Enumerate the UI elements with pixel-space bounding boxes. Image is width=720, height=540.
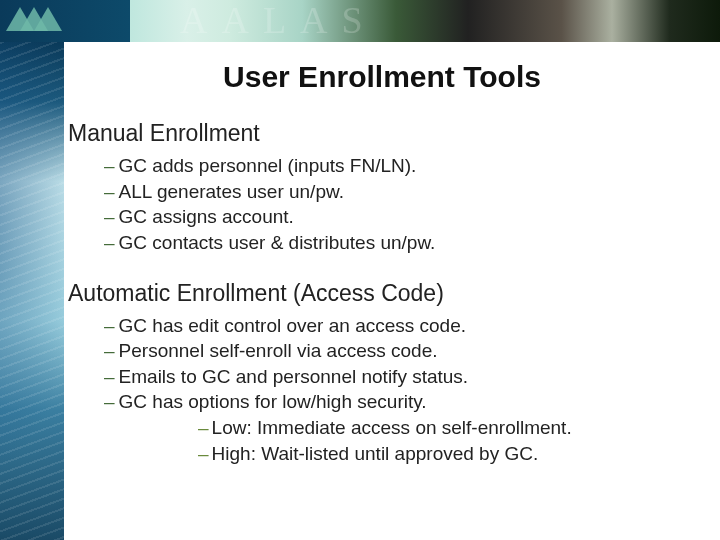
section-heading-manual: Manual Enrollment <box>68 120 704 147</box>
bullet-icon: – <box>104 206 115 227</box>
list-item: –GC adds personnel (inputs FN/LN). <box>104 153 704 179</box>
list-item: –Personnel self-enroll via access code. <box>104 338 704 364</box>
slide-content: User Enrollment Tools Manual Enrollment … <box>74 60 704 466</box>
bullet-icon: – <box>104 315 115 336</box>
list-item-text: Emails to GC and personnel notify status… <box>119 366 469 387</box>
sub-list-item: –High: Wait-listed until approved by GC. <box>198 441 704 467</box>
section-heading-automatic: Automatic Enrollment (Access Code) <box>68 280 704 307</box>
bullet-icon: – <box>104 366 115 387</box>
list-item: –ALL generates user un/pw. <box>104 179 704 205</box>
slide-title: User Enrollment Tools <box>60 60 704 94</box>
list-item: –GC contacts user & distributes un/pw. <box>104 230 704 256</box>
list-item: –GC has options for low/high security. <box>104 389 704 415</box>
side-decoration <box>0 42 64 540</box>
list-item: –Emails to GC and personnel notify statu… <box>104 364 704 390</box>
sub-list-item-text: Low: Immediate access on self-enrollment… <box>212 417 572 438</box>
sub-list-item-text: High: Wait-listed until approved by GC. <box>212 443 539 464</box>
banner-watermark: AALAS <box>180 0 377 42</box>
bullet-icon: – <box>104 155 115 176</box>
bullet-icon: – <box>104 391 115 412</box>
sub-list-item: –Low: Immediate access on self-enrollmen… <box>198 415 704 441</box>
list-item: –GC has edit control over an access code… <box>104 313 704 339</box>
bullet-icon: – <box>104 340 115 361</box>
slide-banner: AALAS <box>0 0 720 42</box>
bullet-icon: – <box>198 443 209 464</box>
list-item-text: ALL generates user un/pw. <box>119 181 344 202</box>
list-item-text: Personnel self-enroll via access code. <box>119 340 438 361</box>
list-item-text: GC adds personnel (inputs FN/LN). <box>119 155 417 176</box>
list-item: –GC assigns account. <box>104 204 704 230</box>
bullet-icon: – <box>198 417 209 438</box>
bullet-icon: – <box>104 232 115 253</box>
bullet-icon: – <box>104 181 115 202</box>
list-item-text: GC has edit control over an access code. <box>119 315 466 336</box>
list-item-text: GC assigns account. <box>119 206 294 227</box>
list-item-text: GC contacts user & distributes un/pw. <box>119 232 436 253</box>
list-item-text: GC has options for low/high security. <box>119 391 427 412</box>
aalas-logo-icon <box>6 3 66 39</box>
